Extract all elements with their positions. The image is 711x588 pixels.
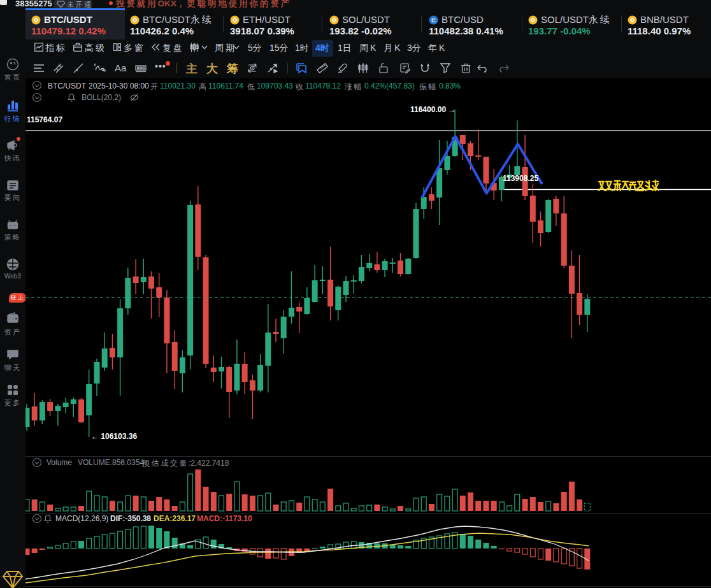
svg-text:C: C	[431, 17, 436, 24]
